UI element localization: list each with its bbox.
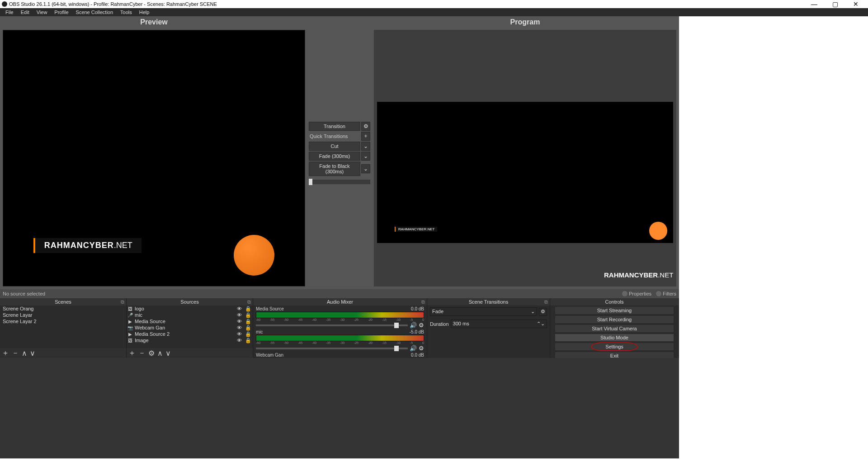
move-down-button[interactable]: ∨ <box>165 349 171 358</box>
source-type-icon: 🖼 <box>127 338 133 343</box>
program-pane: Program RAHMANCYBER.NET RAHMANCYBER.NET <box>371 16 679 289</box>
visibility-toggle-icon[interactable]: 👁 <box>236 331 243 337</box>
channel-settings-icon[interactable]: ⚙ <box>419 322 424 329</box>
settings-button[interactable]: Settings <box>555 343 674 351</box>
chevron-down-icon[interactable]: ⌄ <box>361 152 370 161</box>
source-item[interactable]: 🎤mic👁🔒 <box>127 312 253 318</box>
mute-icon[interactable]: 🔊 <box>410 322 417 329</box>
scene-item[interactable]: Screne Layar 2 <box>0 318 126 324</box>
duration-label: Duration <box>430 321 449 327</box>
transition-gear-icon[interactable]: ⚙ <box>539 308 547 316</box>
volume-slider[interactable] <box>256 324 408 326</box>
transition-controls: Transition ⚙ Quick Transitions ＋ Cut⌄ Fa… <box>308 16 371 289</box>
source-type-icon: 🎤 <box>127 313 133 318</box>
controls-panel: Controls Start Streaming Start Recording… <box>550 298 679 358</box>
scenes-panel: Scenes⧉ Screne Orang Screne Layar Screne… <box>0 298 127 358</box>
add-scene-button[interactable]: ＋ <box>2 348 9 358</box>
lock-toggle-icon[interactable]: 🔒 <box>245 325 252 331</box>
menu-profile[interactable]: Profile <box>51 9 72 16</box>
right-blank <box>679 16 868 472</box>
source-item[interactable]: 🖼Image👁🔒 <box>127 337 253 343</box>
move-up-button[interactable]: ∧ <box>22 349 27 358</box>
popout-icon[interactable]: ⧉ <box>544 299 548 305</box>
channel-settings-icon[interactable]: ⚙ <box>419 345 424 352</box>
source-type-icon: 🖼 <box>127 306 133 311</box>
menu-view[interactable]: View <box>33 9 51 16</box>
popout-icon[interactable]: ⧉ <box>421 299 425 305</box>
mute-icon[interactable]: 🔊 <box>410 345 417 352</box>
scene-transitions-panel: Scene Transitions⧉ Fade⌄ ⚙ Duration 300 … <box>427 298 550 358</box>
source-item[interactable]: 🖼logo👁🔒 <box>127 305 253 312</box>
transition-select[interactable]: Fade⌄ <box>430 307 537 316</box>
add-quick-transition-icon[interactable]: ＋ <box>361 132 370 141</box>
filter-icon <box>656 291 661 296</box>
program-label: Program <box>371 16 679 27</box>
studio-mode-button[interactable]: Studio Mode <box>555 334 674 342</box>
source-item[interactable]: ▶Media Source 2👁🔒 <box>127 331 253 337</box>
quick-transition-fade-black[interactable]: Fade to Black (300ms) <box>309 162 360 176</box>
duration-input[interactable]: 300 ms⌃⌄ <box>451 319 547 328</box>
quick-transition-cut[interactable]: Cut <box>309 142 360 151</box>
visibility-toggle-icon[interactable]: 👁 <box>236 338 243 343</box>
window-maximize-button[interactable]: ▢ <box>825 0 845 8</box>
menu-help[interactable]: Help <box>136 9 153 16</box>
window-minimize-button[interactable]: — <box>804 0 825 8</box>
audio-mixer-panel: Audio Mixer⧉ Media Source0.0 dB-60-55-50… <box>253 298 427 358</box>
window-close-button[interactable]: ✕ <box>845 0 866 8</box>
lock-toggle-icon[interactable]: 🔒 <box>245 312 252 318</box>
menu-tools[interactable]: Tools <box>117 9 136 16</box>
scene-transitions-header: Scene Transitions⧉ <box>427 298 550 305</box>
visibility-toggle-icon[interactable]: 👁 <box>236 312 243 318</box>
menu-file[interactable]: File <box>2 9 17 16</box>
source-settings-button[interactable]: ⚙ <box>148 349 155 358</box>
source-item[interactable]: ▶Media Source👁🔒 <box>127 318 253 324</box>
chevron-down-icon[interactable]: ⌄ <box>361 142 370 151</box>
lock-toggle-icon[interactable]: 🔒 <box>245 319 252 324</box>
lock-toggle-icon[interactable]: 🔒 <box>245 338 252 343</box>
gear-icon <box>622 291 627 296</box>
transition-settings-icon[interactable]: ⚙ <box>361 122 370 131</box>
exit-button[interactable]: Exit <box>555 352 674 358</box>
db-scale: -60-55-50-45-40-35-30-25-20-15-10-50 <box>256 341 424 345</box>
brand-overlay: RAHMANCYBER.NET <box>33 238 142 253</box>
visibility-toggle-icon[interactable]: 👁 <box>236 319 243 324</box>
source-name: Media Source <box>135 319 234 324</box>
scene-item[interactable]: Screne Layar <box>0 312 126 318</box>
chevron-down-icon[interactable]: ⌄ <box>361 164 370 173</box>
volume-slider[interactable] <box>256 348 408 349</box>
mixer-channel: Webcam Gan0.0 dB <box>253 352 427 358</box>
visibility-toggle-icon[interactable]: 👁 <box>236 306 243 311</box>
popout-icon[interactable]: ⧉ <box>121 299 124 305</box>
db-scale: -60-55-50-45-40-35-30-25-20-15-10-50 <box>256 318 424 322</box>
logo-icon <box>234 235 274 276</box>
tbar-slider[interactable] <box>309 180 370 184</box>
properties-button[interactable]: Properties <box>622 291 651 296</box>
start-streaming-button[interactable]: Start Streaming <box>555 306 674 315</box>
channel-db: 0.0 dB <box>411 353 424 358</box>
filters-button[interactable]: Filters <box>656 291 676 296</box>
source-item[interactable]: 📷Webcam Gan👁🔒 <box>127 324 253 331</box>
quick-transition-fade[interactable]: Fade (300ms) <box>309 152 360 161</box>
add-source-button[interactable]: ＋ <box>128 348 136 358</box>
bottom-panels: Scenes⧉ Screne Orang Screne Layar Screne… <box>0 298 679 358</box>
move-down-button[interactable]: ∨ <box>30 349 35 358</box>
start-virtual-camera-button[interactable]: Start Virtual Camera <box>555 324 674 333</box>
remove-scene-button[interactable]: － <box>12 348 19 358</box>
move-up-button[interactable]: ∧ <box>157 349 163 358</box>
menu-scene-collection[interactable]: Scene Collection <box>72 9 117 16</box>
preview-canvas[interactable]: RAHMANCYBER.NET <box>3 30 305 286</box>
brand-bold: RAHMANCYBER <box>398 227 426 231</box>
remove-source-button[interactable]: － <box>138 348 146 358</box>
source-type-icon: ▶ <box>127 332 133 337</box>
main-area: Preview RAHMANCYBER.NET Transition ⚙ Qui… <box>0 16 679 289</box>
lock-toggle-icon[interactable]: 🔒 <box>245 306 252 312</box>
sources-header: Sources⧉ <box>127 298 253 305</box>
menu-edit[interactable]: Edit <box>17 9 33 16</box>
visibility-toggle-icon[interactable]: 👁 <box>236 325 243 330</box>
lock-toggle-icon[interactable]: 🔒 <box>245 331 252 337</box>
scene-item[interactable]: Screne Orang <box>0 305 126 312</box>
transition-button[interactable]: Transition <box>309 122 360 131</box>
start-recording-button[interactable]: Start Recording <box>555 315 674 324</box>
program-canvas[interactable]: RAHMANCYBER.NET RAHMANCYBER.NET <box>374 30 676 286</box>
popout-icon[interactable]: ⧉ <box>247 299 251 305</box>
